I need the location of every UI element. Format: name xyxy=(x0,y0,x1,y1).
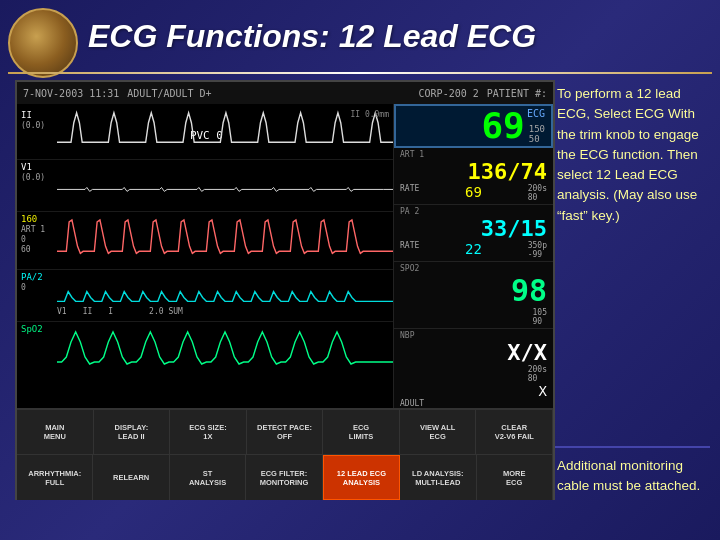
art-sublabels: RATE 69 200s80 xyxy=(400,184,547,202)
btn-ecg-size[interactable]: ECG SIZE:1X xyxy=(170,410,247,454)
monitor-datetime: 7-NOV-2003 11:31 xyxy=(23,88,119,99)
info-text-bottom: Additional monitoring cable must be atta… xyxy=(555,452,710,501)
buttons-row-2: ARRHYTHMIA:FULL RELEARN STANALYSIS ECG F… xyxy=(17,455,553,500)
waveform-V1-svg xyxy=(57,160,393,211)
readout-spo2: SPO2 98 10590 xyxy=(394,262,553,329)
readout-nbp: NBP X/ X 200s80 X ADULT xyxy=(394,329,553,411)
btn-st-analysis[interactable]: STANALYSIS xyxy=(170,455,246,500)
nbp-sub: 200s80 xyxy=(528,365,547,383)
art-map: 69 xyxy=(465,184,482,202)
waveform-label-160: 160ART 1060 xyxy=(21,214,45,254)
art-diastolic: 74 xyxy=(521,159,548,184)
nbp-label: NBP xyxy=(400,331,414,340)
title-underline xyxy=(8,72,712,74)
waveform-label-V1: V1(0.0) xyxy=(21,162,45,182)
btn-ecg-filter[interactable]: ECG FILTER:MONITORING xyxy=(246,455,322,500)
monitor-display: PVC 0 II(0.0) II 0.0mm V1(0.0) xyxy=(17,104,553,408)
pa-map: 22 xyxy=(465,241,482,259)
btn-display-lead[interactable]: DISPLAY:LEAD II xyxy=(94,410,171,454)
pa-label: PA 2 xyxy=(400,207,419,216)
btn-relearn[interactable]: RELEARN xyxy=(93,455,169,500)
spo2-value: 98 xyxy=(511,273,547,308)
btn-ecg-limits[interactable]: ECGLIMITS xyxy=(323,410,400,454)
btn-more-ecg[interactable]: MOREECG xyxy=(477,455,553,500)
btn-arrhythmia[interactable]: ARRHYTHMIA:FULL xyxy=(17,455,93,500)
pa-values: 33/ 15 xyxy=(481,216,547,241)
waveform-row-art: 160ART 1060 xyxy=(17,212,393,270)
nbp-adult-label: ADULT xyxy=(400,399,424,408)
nbp-values: X/ X xyxy=(507,340,547,365)
pa-rate-label: RATE xyxy=(400,241,419,259)
art-values: 136/ 74 xyxy=(468,159,547,184)
waveform-area: PVC 0 II(0.0) II 0.0mm V1(0.0) xyxy=(17,104,393,408)
lead-v1-label: V1 xyxy=(57,307,67,316)
waveform-II-note: II 0.0mm xyxy=(350,110,389,119)
lead-ii-label: II xyxy=(83,307,93,316)
pa-limits: 350p-99 xyxy=(528,241,547,259)
readout-ecg: ECG 69 15050 xyxy=(394,104,553,148)
pa-diastolic: 15 xyxy=(521,216,548,241)
nbp-diastolic: X xyxy=(534,340,547,365)
spo2-label: SPO2 xyxy=(400,264,419,273)
art-label: ART 1 xyxy=(400,150,424,159)
ecg-readout-label: ECG xyxy=(527,108,545,119)
btn-view-all-ecg[interactable]: VIEW ALLECG xyxy=(400,410,477,454)
info-divider xyxy=(555,446,710,448)
monitor-corp: CORP-200 2 xyxy=(419,88,479,99)
info-text-top: To perform a 12 lead ECG, Select ECG Wit… xyxy=(555,80,710,442)
nbp-map: X xyxy=(539,383,547,399)
monitor-patient: ADULT/ADULT D+ xyxy=(127,88,211,99)
ecg-hr-value: 69 xyxy=(481,108,524,144)
btn-12-lead-ecg-analysis[interactable]: 12 LEAD ECGANALYSIS xyxy=(323,455,400,500)
slide-title: ECG Functions: 12 Lead ECG xyxy=(88,18,536,55)
spo2-value-container: 98 xyxy=(511,273,547,308)
waveform-label-pa: PA/20 xyxy=(21,272,43,292)
spo2-limits: 10590 xyxy=(533,308,547,326)
ecg-monitor: 7-NOV-2003 11:31 ADULT/ADULT D+ CORP-200… xyxy=(15,80,555,500)
buttons-row-1: MAINMENU DISPLAY:LEAD II ECG SIZE:1X DET… xyxy=(17,410,553,455)
art-limits: 200s80 xyxy=(528,184,547,202)
ecg-limits: 15050 xyxy=(529,124,545,144)
lead-i-label: I xyxy=(108,307,113,316)
info-panel: To perform a 12 lead ECG, Select ECG Wit… xyxy=(555,80,710,500)
pa-systolic: 33/ xyxy=(481,216,521,241)
waveform-row-spo2: SpO2 xyxy=(17,322,393,386)
readouts-area: ECG 69 15050 ART 1 136/ 74 xyxy=(393,104,553,408)
waveform-spo2-svg xyxy=(57,322,393,386)
waveform-row-V1: V1(0.0) xyxy=(17,160,393,212)
decorative-circle xyxy=(8,8,78,78)
lead-labels: V1 II I 2.0 SUM xyxy=(57,307,183,316)
slide-background: ECG Functions: 12 Lead ECG 7-NOV-2003 11… xyxy=(0,0,720,540)
art-systolic: 136/ xyxy=(468,159,521,184)
waveform-label-spo2: SpO2 xyxy=(21,324,43,334)
pa-sublabels: RATE 22 350p-99 xyxy=(400,241,547,259)
readout-pa: PA 2 33/ 15 RATE 22 350p-99 xyxy=(394,205,553,262)
spo2-limits-text: 10590 xyxy=(533,308,547,326)
btn-detect-pace[interactable]: DETECT PACE:OFF xyxy=(247,410,324,454)
btn-main-menu[interactable]: MAINMENU xyxy=(17,410,94,454)
nbp-systolic: X/ xyxy=(507,340,534,365)
btn-clear-v2v6[interactable]: CLEARV2-V6 FAIL xyxy=(476,410,553,454)
waveform-art-svg xyxy=(57,212,393,269)
lead-sum-label: 2.0 SUM xyxy=(149,307,183,316)
waveform-II-svg xyxy=(57,108,393,159)
waveform-row-II: II(0.0) II 0.0mm xyxy=(17,108,393,160)
monitor-buttons: MAINMENU DISPLAY:LEAD II ECG SIZE:1X DET… xyxy=(17,408,553,498)
readout-art: ART 1 136/ 74 RATE 69 200s80 xyxy=(394,148,553,205)
monitor-topbar: 7-NOV-2003 11:31 ADULT/ADULT D+ CORP-200… xyxy=(17,82,553,104)
art-rate-label: RATE xyxy=(400,184,419,202)
btn-ld-analysis[interactable]: LD ANALYSIS:MULTI-LEAD xyxy=(400,455,476,500)
waveform-label-II: II(0.0) xyxy=(21,110,45,130)
monitor-patient-id: PATIENT #: xyxy=(487,88,547,99)
